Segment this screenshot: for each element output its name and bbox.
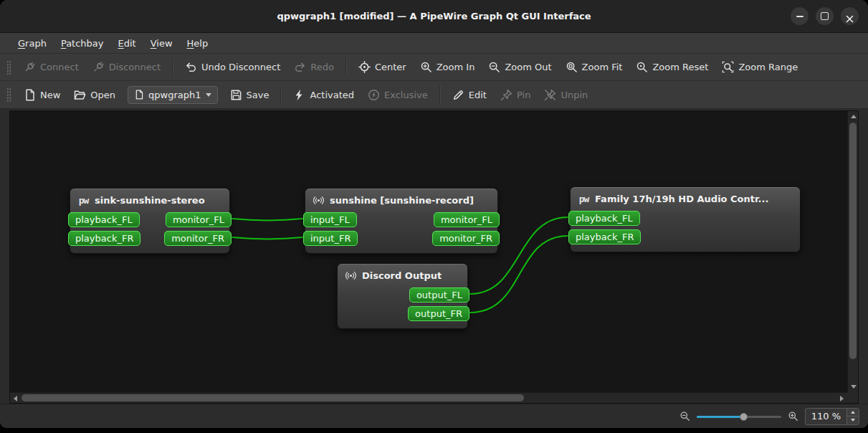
node-discord-output[interactable]: Discord Output output_FL output_FR [337,263,468,329]
zoom-slider-handle[interactable] [740,413,748,421]
minimize-icon [796,16,803,17]
pipewire-icon: pw [77,194,90,206]
menu-view[interactable]: View [144,35,179,52]
node-title: sunshine [sunshine-record] [330,195,474,206]
zoom-in-icon [420,61,432,73]
patchbay-toolbar: New Open qpwgraph1 Save Activated Exclus… [0,81,868,109]
vertical-scrollbar-handle[interactable] [849,123,857,359]
exclusive-toggle[interactable]: Exclusive [361,85,434,105]
window-title: qpwgraph1 [modified] — A PipeWire Graph … [277,11,591,22]
node-sunshine-record[interactable]: sunshine [sunshine-record] input_FL moni… [305,188,498,254]
scroll-right-arrow-icon[interactable] [840,396,844,401]
patchbay-select[interactable]: qpwgraph1 [128,86,217,104]
toolbar-separator [439,86,441,103]
horizontal-scrollbar[interactable] [10,392,847,403]
edit-toggle[interactable]: Edit [446,85,493,105]
port-monitor-fr[interactable]: monitor_FR [432,231,500,246]
canvas-frame: pw sink-sunshine-stereo playback_FL moni… [9,110,859,404]
maximize-icon [821,12,829,20]
scroll-up-arrow-icon[interactable] [851,115,857,118]
zoom-out-icon[interactable] [679,411,690,422]
toolbar-separator [172,59,173,76]
activated-toggle[interactable]: Activated [287,85,361,105]
undo-disconnect-button[interactable]: Undo Disconnect [178,57,287,77]
vertical-scrollbar[interactable] [847,111,858,392]
node-family-hd-audio[interactable]: pw Family 17h/19h HD Audio Contr... play… [570,186,801,252]
close-icon [846,12,854,20]
statusbar: 110 % [0,404,868,428]
close-button[interactable] [841,7,859,25]
disconnect-button[interactable]: Disconnect [86,57,167,77]
connect-button[interactable]: Connect [17,57,85,77]
port-monitor-fl[interactable]: monitor_FL [434,212,500,227]
menu-patchbay[interactable]: Patchbay [54,35,110,52]
minimize-button[interactable] [791,7,809,25]
graph-toolbar: Connect Disconnect Undo Disconnect Redo … [0,54,868,81]
new-file-icon [24,89,36,101]
toolbar-separator [280,86,282,103]
zoom-range-button[interactable]: Zoom Range [715,57,804,77]
pin-icon [500,89,512,101]
menu-edit[interactable]: Edit [112,35,143,52]
zoom-value: 110 % [806,409,846,424]
down-arrow-icon [851,419,855,422]
port-playback-fr[interactable]: playback_FR [568,229,641,244]
connection[interactable] [232,219,302,220]
canvas-container: pw sink-sunshine-stereo playback_FL moni… [0,109,868,404]
menubar: Graph Patchbay Edit View Help [0,33,868,54]
toolbar-separator [345,59,347,76]
disconnect-icon [92,61,105,73]
open-button[interactable]: Open [67,85,122,105]
port-input-fr[interactable]: input_FR [303,231,358,246]
center-button[interactable]: Center [352,57,413,77]
port-playback-fl[interactable]: playback_FL [568,211,640,226]
port-output-fr[interactable]: output_FR [408,306,469,321]
audio-node-icon [345,270,357,282]
zoom-fit-icon [566,61,578,73]
zoom-slider[interactable] [697,411,781,422]
pin-button[interactable]: Pin [494,85,537,105]
redo-button[interactable]: Redo [287,57,340,77]
qpwgraph-window: qpwgraph1 [modified] — A PipeWire Graph … [0,0,868,428]
zoom-spin-up-button[interactable] [847,409,859,417]
exclusive-icon [368,89,380,101]
menu-graph[interactable]: Graph [11,35,53,52]
zoom-fit-button[interactable]: Zoom Fit [559,57,629,77]
horizontal-scrollbar-handle[interactable] [22,394,524,401]
undo-icon [185,61,197,73]
port-monitor-fr[interactable]: monitor_FR [164,231,232,246]
scroll-left-arrow-icon[interactable] [14,396,17,401]
titlebar[interactable]: qpwgraph1 [modified] — A PipeWire Graph … [0,0,868,33]
maximize-button[interactable] [816,7,834,25]
unpin-icon [544,89,556,101]
zoom-out-button[interactable]: Zoom Out [482,57,558,77]
toolbar-grip[interactable] [6,60,11,75]
toolbar-grip[interactable] [6,87,11,103]
patchbay-file-icon [134,90,144,100]
menu-help[interactable]: Help [181,35,215,52]
zoom-in-icon[interactable] [788,411,798,422]
port-monitor-fl[interactable]: monitor_FL [166,212,232,227]
center-icon [358,61,371,73]
edit-pencil-icon [452,89,464,101]
port-playback-fl[interactable]: playback_FL [68,212,140,227]
port-output-fl[interactable]: output_FL [409,287,469,303]
pipewire-icon: pw [578,193,590,205]
unpin-button[interactable]: Unpin [538,85,594,105]
node-title: Family 17h/19h HD Audio Contr... [595,194,768,204]
new-button[interactable]: New [17,85,67,105]
zoom-spinbox[interactable]: 110 % [805,408,859,425]
node-title: Discord Output [362,270,442,281]
port-input-fl[interactable]: input_FL [303,212,357,227]
node-sink-sunshine-stereo[interactable]: pw sink-sunshine-stereo playback_FL moni… [70,188,230,254]
zoom-spin-down-button[interactable] [847,416,859,424]
scroll-down-arrow-icon[interactable] [851,385,857,389]
chevron-down-icon [206,93,211,97]
port-playback-fr[interactable]: playback_FR [68,231,140,246]
zoom-in-button[interactable]: Zoom In [414,57,482,77]
zoom-reset-button[interactable]: Zoom Reset [629,57,715,77]
save-button[interactable]: Save [224,85,276,105]
connection[interactable] [232,237,302,239]
zoom-slider-fill [697,416,743,418]
graph-canvas[interactable]: pw sink-sunshine-stereo playback_FL moni… [10,111,847,392]
